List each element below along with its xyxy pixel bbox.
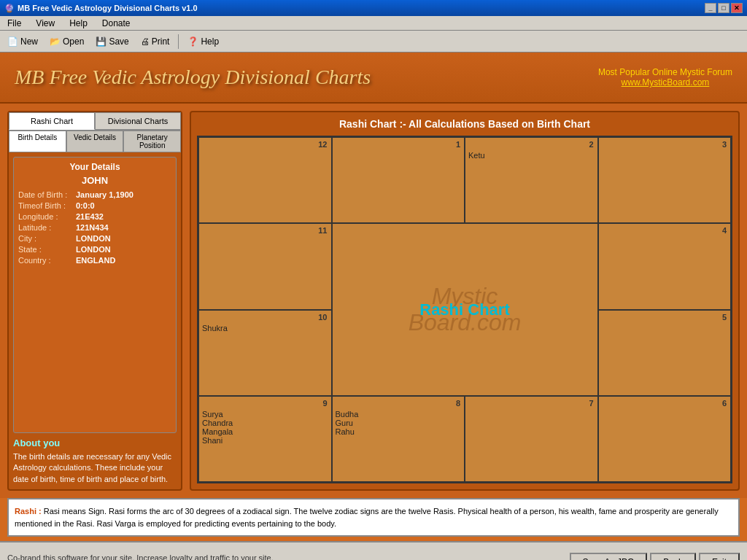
cell-7: 7 — [465, 396, 598, 482]
bottom-bar: Co-brand this software for your site. In… — [0, 541, 747, 560]
app-icon: 🔮 — [4, 4, 15, 13]
subtab-birth-details[interactable]: Birth Details — [9, 131, 66, 152]
header-right: Most Popular Online Mystic Forum www.Mys… — [598, 67, 732, 88]
country-row: Country : ENGLAND — [18, 256, 171, 265]
state-row: State : LONDON — [18, 245, 171, 254]
toolbar-separator — [178, 34, 179, 49]
subtab-planetary-position[interactable]: Planetary Position — [123, 131, 181, 152]
header-banner: MB Free Vedic Astrology Divisional Chart… — [0, 52, 747, 104]
cobrand-text: Co-brand this software for your site. In… — [7, 553, 274, 561]
save-icon: 💾 — [96, 36, 107, 47]
sub-tabs: Birth Details Vedic Details Planetary Po… — [9, 131, 181, 152]
menu-file[interactable]: File — [3, 17, 26, 30]
dob-label: Date of Birth : — [18, 190, 73, 199]
tab-rashi-chart[interactable]: Rashi Chart — [9, 112, 95, 130]
cell-5: 5 — [598, 310, 732, 396]
minimize-button[interactable]: _ — [705, 3, 716, 13]
city-row: City : LONDON — [18, 234, 171, 243]
country-label: Country : — [18, 256, 73, 265]
details-section-title: Your Details — [18, 162, 171, 172]
cell-6: 6 — [598, 396, 732, 482]
cell-12: 12 — [198, 137, 332, 223]
left-panel: Rashi Chart Divisional Charts Birth Deta… — [7, 111, 182, 491]
tab-divisional-charts[interactable]: Divisional Charts — [95, 112, 181, 130]
main-tabs: Rashi Chart Divisional Charts — [9, 112, 181, 131]
open-icon: 📂 — [50, 36, 61, 47]
bottom-buttons: Save As JPG Back Exit — [570, 553, 740, 561]
rashi-chart-label: Rashi Chart — [419, 300, 509, 319]
city-value: LONDON — [76, 234, 111, 243]
latitude-row: Latitude : 121N434 — [18, 223, 171, 232]
cell-9: 9 SuryaChandraMangalaShani — [198, 396, 332, 482]
save-jpg-button[interactable]: Save As JPG — [570, 553, 648, 561]
help-button[interactable]: ❓ Help — [183, 35, 223, 48]
cell-2: 2 Ketu — [465, 137, 598, 223]
longitude-label: Longitude : — [18, 212, 73, 221]
cell-3: 3 — [598, 137, 732, 223]
chart-title: Rashi Chart :- All Calculations Based on… — [191, 112, 738, 136]
chart-center-cell: MysticBoard.com Rashi Chart — [332, 223, 598, 396]
tob-value: 0:0:0 — [76, 201, 95, 210]
city-label: City : — [18, 234, 73, 243]
cell-1: 1 — [332, 137, 465, 223]
chart-grid: 12 1 2 Ketu 3 11 MysticBoard.com Rashi C… — [197, 136, 732, 483]
dob-value: January 1,1900 — [76, 190, 133, 199]
about-section: About you The birth details are necessar… — [9, 438, 181, 489]
info-text: Rasi means Sign. Rasi forms the arc of 3… — [15, 507, 719, 528]
latitude-label: Latitude : — [18, 223, 73, 232]
open-button[interactable]: 📂 Open — [45, 35, 88, 48]
tob-row: Timeof Birth : 0:0:0 — [18, 201, 171, 210]
menu-donate[interactable]: Donate — [98, 17, 135, 30]
maximize-button[interactable]: □ — [718, 3, 729, 13]
cell-4: 4 — [598, 223, 732, 309]
main-content: Rashi Chart Divisional Charts Birth Deta… — [0, 104, 747, 498]
longitude-value: 21E432 — [76, 212, 104, 221]
subtab-vedic-details[interactable]: Vedic Details — [66, 131, 124, 152]
cell-11: 11 — [198, 223, 332, 309]
help-icon: ❓ — [187, 36, 198, 47]
cell-8: 8 BudhaGuruRahu — [332, 396, 465, 482]
cobrand-line1: Co-brand this software for your site. In… — [7, 553, 274, 561]
cell-10: 10 Shukra — [198, 310, 332, 396]
state-label: State : — [18, 245, 73, 254]
exit-button[interactable]: Exit — [699, 553, 740, 561]
toolbar: 📄 New 📂 Open 💾 Save 🖨 Print ❓ Help — [0, 31, 747, 52]
details-box: Your Details JOHN Date of Birth : Januar… — [13, 157, 177, 433]
save-button[interactable]: 💾 Save — [91, 35, 133, 48]
dob-row: Date of Birth : January 1,1900 — [18, 190, 171, 199]
back-button[interactable]: Back — [650, 553, 696, 561]
print-icon: 🖨 — [141, 36, 150, 47]
title-bar: 🔮 MB Free Vedic Astrology Divisional Cha… — [0, 0, 747, 16]
longitude-row: Longitude : 21E432 — [18, 212, 171, 221]
right-panel: Rashi Chart :- All Calculations Based on… — [190, 111, 740, 491]
latitude-value: 121N434 — [76, 223, 109, 232]
menu-help[interactable]: Help — [65, 17, 92, 30]
menu-view[interactable]: View — [31, 17, 59, 30]
info-panel: Rashi : Rasi means Sign. Rasi forms the … — [7, 498, 740, 537]
menu-bar: File View Help Donate — [0, 16, 747, 31]
print-button[interactable]: 🖨 Print — [136, 35, 174, 48]
app-title: MB Free Vedic Astrology Divisional Chart… — [15, 66, 371, 89]
user-name: JOHN — [18, 175, 171, 186]
tagline: Most Popular Online Mystic Forum — [598, 67, 732, 77]
state-value: LONDON — [76, 245, 111, 254]
window-title: MB Free Vedic Astrology Divisional Chart… — [18, 4, 198, 12]
new-icon: 📄 — [7, 36, 18, 47]
country-value: ENGLAND — [76, 256, 115, 265]
about-title: About you — [13, 438, 177, 448]
close-button[interactable]: ✕ — [731, 3, 743, 13]
website-link[interactable]: www.MysticBoard.com — [598, 77, 732, 88]
about-text: The birth details are necessary for any … — [13, 451, 177, 485]
info-title: Rashi : — [15, 507, 42, 516]
new-button[interactable]: 📄 New — [3, 35, 42, 48]
tob-label: Timeof Birth : — [18, 201, 73, 210]
